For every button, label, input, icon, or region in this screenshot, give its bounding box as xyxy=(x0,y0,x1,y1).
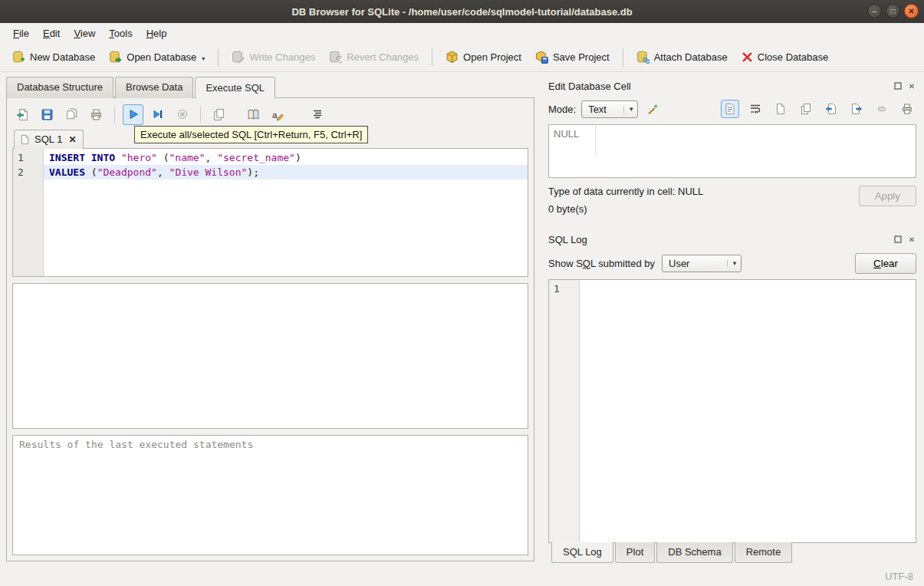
revert-changes-button[interactable]: Revert Changes xyxy=(323,47,425,67)
log-filter-value: User xyxy=(669,258,689,269)
toolbar-button-label: Revert Changes xyxy=(347,51,419,63)
window-title: DB Browser for SQLite - /home/user/code/… xyxy=(0,6,924,18)
save-project-button[interactable]: Save Project xyxy=(529,47,616,67)
bottom-tabbar: SQL Log Plot DB Schema Remote xyxy=(548,543,916,566)
stop-button[interactable] xyxy=(172,104,192,125)
word-wrap-button[interactable] xyxy=(746,100,765,118)
tab-execute-sql[interactable]: Execute SQL xyxy=(195,77,275,98)
text-mode-button[interactable] xyxy=(721,100,739,118)
execute-sql-panel: a SQL 1 ✕ 1 xyxy=(6,97,534,561)
format-sql-button[interactable] xyxy=(307,104,327,125)
window-controls: – □ ✕ xyxy=(867,4,919,18)
sql-token: ( xyxy=(85,166,97,178)
clear-label-part: C xyxy=(873,258,881,269)
float-icon[interactable] xyxy=(893,81,903,91)
autocomplete-button[interactable]: a xyxy=(268,104,288,125)
open-database-button[interactable]: Open Database ▾ xyxy=(103,47,211,67)
menu-label: elp xyxy=(153,28,166,39)
apply-button[interactable]: Apply xyxy=(859,186,916,206)
copy-cell-button[interactable] xyxy=(797,100,815,118)
close-tab-icon[interactable]: ✕ xyxy=(68,134,76,145)
new-database-icon xyxy=(12,51,25,64)
execute-current-line-button[interactable] xyxy=(147,104,168,125)
log-content[interactable] xyxy=(580,280,916,542)
line-number: 1 xyxy=(13,150,43,165)
chevron-down-icon: ▼ xyxy=(727,260,738,267)
sql-tab[interactable]: SQL 1 ✕ xyxy=(14,130,84,149)
toolbar-button-label: Open Project xyxy=(463,51,521,63)
mode-combobox[interactable]: Text ▼ xyxy=(581,100,638,118)
sql-token: "hero" xyxy=(121,152,157,163)
clear-label-part: lear xyxy=(881,258,898,269)
close-database-button[interactable]: Close Database xyxy=(735,48,835,67)
set-null-button[interactable] xyxy=(873,100,891,118)
open-project-icon xyxy=(446,51,459,64)
format-sql-icon xyxy=(311,108,324,120)
word-wrap-button[interactable] xyxy=(243,104,264,125)
close-button[interactable]: ✕ xyxy=(904,4,919,18)
toolbar-button-label: Open Database xyxy=(127,51,196,63)
log-filter-label-part: L submitted by xyxy=(590,258,655,269)
toolbar-button-label: Save Project xyxy=(553,51,610,63)
export-cell-button[interactable] xyxy=(847,100,866,118)
save-sql-file-button[interactable] xyxy=(37,104,58,125)
float-icon[interactable] xyxy=(893,235,903,244)
stop-icon xyxy=(176,108,189,120)
minimize-button[interactable]: – xyxy=(867,4,882,18)
menu-view[interactable]: View xyxy=(67,25,102,42)
tab-database-structure[interactable]: Database Structure xyxy=(6,77,113,98)
results-message-area[interactable]: Results of the last executed statements xyxy=(12,435,528,555)
copy-button[interactable] xyxy=(209,104,229,125)
tab-label: SQL Log xyxy=(563,546,602,558)
import-cell-button[interactable] xyxy=(822,100,840,118)
sql-editor[interactable]: 1 2 INSERT INTO "hero" ("name", "secret_… xyxy=(12,148,528,277)
sql-log-area[interactable]: 1 xyxy=(548,279,916,543)
auto-switch-mode-button[interactable] xyxy=(643,100,662,118)
tab-plot[interactable]: Plot xyxy=(615,542,655,563)
sql-log-title: SQL Log xyxy=(548,234,893,245)
close-icon[interactable]: ✕ xyxy=(907,81,916,91)
print-cell-button[interactable] xyxy=(898,100,916,118)
encoding-indicator[interactable]: UTF-8 xyxy=(885,571,913,582)
clear-log-button[interactable]: Clear xyxy=(855,253,916,274)
sql-log-header: SQL Log ✕ xyxy=(548,232,916,247)
open-sql-file-button[interactable] xyxy=(12,104,33,125)
sql-token: VALUES xyxy=(49,166,85,178)
tab-db-schema[interactable]: DB Schema xyxy=(656,542,732,563)
sql-code[interactable]: INSERT INTO "hero" ("name", "secret_name… xyxy=(44,149,528,276)
write-changes-button[interactable]: Write Changes xyxy=(225,47,321,67)
copy-icon xyxy=(800,103,812,115)
menu-edit[interactable]: Edit xyxy=(36,25,67,42)
tooltip-text: Execute all/selected SQL [Ctrl+Return, F… xyxy=(140,129,362,140)
save-sql-file-as-icon xyxy=(65,108,78,121)
print-sql-button[interactable] xyxy=(86,104,107,125)
titlebar[interactable]: DB Browser for SQLite - /home/user/code/… xyxy=(0,0,924,23)
results-table-area[interactable] xyxy=(12,283,528,429)
cell-value-editor[interactable]: NULL xyxy=(548,124,916,178)
copy-icon xyxy=(212,108,225,121)
tab-label: Browse Data xyxy=(126,81,182,93)
toolbar-button-label: Write Changes xyxy=(249,51,315,63)
menu-help[interactable]: Help xyxy=(140,25,174,42)
attach-database-button[interactable]: Attach Database xyxy=(630,47,734,67)
sql-token: "Dive Wilson" xyxy=(169,166,248,178)
menu-label: ools xyxy=(114,28,133,39)
menu-tools[interactable]: Tools xyxy=(102,25,139,42)
tab-remote[interactable]: Remote xyxy=(735,542,793,563)
execute-all-button[interactable] xyxy=(123,104,143,125)
log-filter-combobox[interactable]: User ▼ xyxy=(662,255,742,272)
tab-sql-log[interactable]: SQL Log xyxy=(551,542,613,563)
main-toolbar: New Database Open Database ▾ Write Chang… xyxy=(0,43,924,72)
cell-type-info: Type of data currently in cell: NULL xyxy=(548,186,703,197)
sql-token: ); xyxy=(247,166,259,178)
close-icon[interactable]: ✕ xyxy=(907,235,916,244)
new-database-button[interactable]: New Database xyxy=(6,47,101,67)
maximize-button[interactable]: □ xyxy=(886,4,900,18)
menu-file[interactable]: File xyxy=(6,25,36,42)
tab-browse-data[interactable]: Browse Data xyxy=(115,77,193,98)
open-database-dropdown-arrow[interactable]: ▾ xyxy=(202,55,205,64)
new-content-button[interactable] xyxy=(771,100,790,118)
save-sql-file-as-button[interactable] xyxy=(61,104,82,125)
menu-label: dit xyxy=(50,28,61,39)
open-project-button[interactable]: Open Project xyxy=(439,47,528,67)
